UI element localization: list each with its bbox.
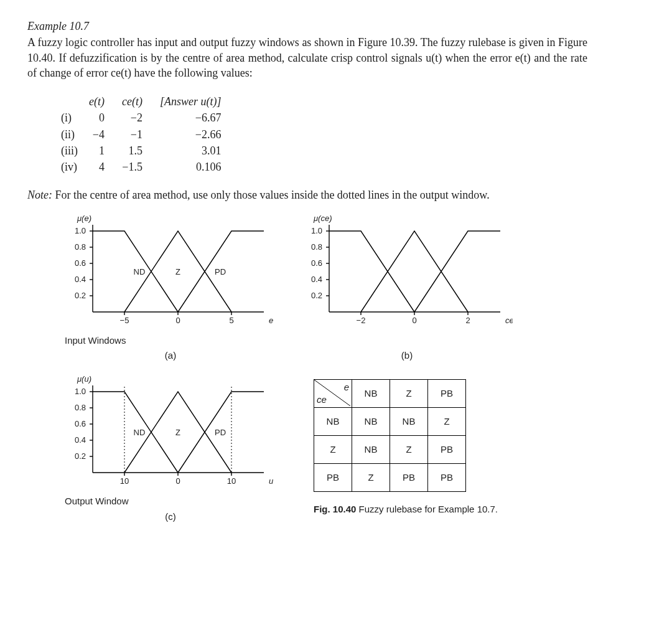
ytick: 1.0 — [75, 226, 86, 235]
row-u: −6.67 — [151, 110, 230, 126]
set-label: ND — [134, 428, 146, 437]
caption-text: Fuzzy rulebase for Example 10.7. — [359, 504, 498, 514]
cell: PB — [428, 436, 466, 464]
xtick: 10 — [120, 476, 129, 486]
cell: PB — [390, 464, 428, 492]
rulebase-block: e ce NB Z PB NB NB NB Z Z NB Z — [314, 379, 498, 516]
document-page: Example 10.7 A fuzzy logic controller ha… — [0, 0, 672, 632]
plot-c-bottom-label: Output Window — [65, 495, 276, 507]
plot-b-svg: 1.0 0.8 0.6 0.4 0.2 μ(ce) −2 0 2 ce — [301, 212, 513, 331]
table-row: PB Z PB PB — [314, 464, 466, 492]
plot-c-svg: 1.0 0.8 0.6 0.4 0.2 μ(u) 10 0 10 — [65, 373, 276, 491]
plot-b-caption: (b) — [301, 349, 513, 362]
row-ce: −1 — [113, 127, 151, 143]
plot-a-caption: (a) — [65, 349, 276, 362]
paragraph-text: A fuzzy logic controller has input and o… — [27, 36, 587, 79]
row-u: 0.106 — [151, 159, 230, 176]
ytick: 0.6 — [75, 258, 86, 268]
table-row: Z NB Z PB — [314, 436, 466, 464]
cell: NB — [352, 436, 390, 464]
answers-row: (ii) −4 −1 −2.66 — [52, 127, 230, 143]
answers-row: (iii) 1 1.5 3.01 — [52, 143, 230, 159]
xlabel: u — [269, 476, 273, 486]
ytick: 0.6 — [75, 419, 86, 428]
ytick: 0.4 — [311, 275, 322, 284]
col-u: [Answer u(t)] — [151, 94, 230, 110]
diag-label-e: e — [344, 381, 349, 394]
row-roman: (i) — [52, 110, 80, 126]
ytick: 0.2 — [75, 291, 86, 300]
ylabel: μ(ce) — [313, 214, 332, 223]
xtick: −5 — [120, 316, 129, 325]
plot-row-top: 1.0 0.8 0.6 0.4 0.2 μ(e) −5 0 — [65, 212, 645, 362]
xtick: 10 — [227, 476, 236, 486]
note-text: For the centre of area method, use only … — [55, 189, 490, 201]
row-roman: (ii) — [52, 127, 80, 143]
cell: NB — [352, 408, 390, 436]
col-header: Z — [390, 380, 428, 408]
col-header: PB — [428, 380, 466, 408]
answers-header-row: e(t) ce(t) [Answer u(t)] — [52, 94, 230, 110]
col-ce: ce(t) — [113, 94, 151, 110]
rulebase-table: e ce NB Z PB NB NB NB Z Z NB Z — [314, 379, 466, 492]
xtick: 5 — [229, 316, 233, 325]
row-e: 0 — [80, 110, 113, 126]
plot-a-bottom-label: Input Windows — [65, 334, 276, 347]
answers-row: (iv) 4 −1.5 0.106 — [52, 159, 230, 176]
row-e: 4 — [80, 159, 113, 176]
example-heading: Example 10.7 — [27, 19, 645, 34]
rulebase-caption: Fig. 10.40 Fuzzy rulebase for Example 10… — [314, 503, 498, 516]
diag-label-ce: ce — [317, 394, 327, 406]
row-e: 1 — [80, 143, 113, 159]
row-ce: −1.5 — [113, 159, 151, 176]
answers-table: e(t) ce(t) [Answer u(t)] (i) 0 −2 −6.67 … — [52, 94, 230, 176]
set-label: Z — [175, 428, 180, 437]
ylabel: μ(u) — [77, 374, 91, 384]
problem-paragraph: A fuzzy logic controller has input and o… — [27, 35, 587, 80]
cell: NB — [390, 408, 428, 436]
row-ce: −2 — [113, 110, 151, 126]
xtick: 0 — [175, 316, 180, 325]
rulebase-diag-cell: e ce — [314, 380, 352, 408]
note-paragraph: Note: For the centre of area method, use… — [27, 187, 587, 202]
ytick: 0.8 — [75, 242, 86, 252]
xtick: 0 — [175, 476, 180, 486]
row-roman: (iv) — [52, 159, 80, 176]
set-label: Z — [175, 267, 180, 276]
ytick: 0.4 — [75, 435, 86, 445]
table-row: e ce NB Z PB — [314, 380, 466, 408]
ytick: 1.0 — [311, 226, 322, 235]
plot-c-caption: (c) — [65, 511, 276, 523]
cell: Z — [352, 464, 390, 492]
row-u: 3.01 — [151, 143, 230, 159]
ytick: 0.2 — [311, 291, 322, 300]
ytick: 0.6 — [311, 258, 322, 268]
xtick: 2 — [465, 316, 470, 325]
row-header: PB — [314, 464, 352, 492]
ylabel: μ(e) — [77, 214, 91, 223]
plot-b: 1.0 0.8 0.6 0.4 0.2 μ(ce) −2 0 2 ce — [301, 212, 513, 362]
ytick: 1.0 — [75, 387, 86, 396]
plot-a-svg: 1.0 0.8 0.6 0.4 0.2 μ(e) −5 0 — [65, 212, 276, 331]
xlabel: ce — [505, 316, 513, 325]
row-header: Z — [314, 436, 352, 464]
set-label: PD — [215, 428, 226, 437]
xlabel: e — [269, 316, 273, 325]
caption-bold: Fig. 10.40 — [314, 504, 356, 514]
ytick: 0.8 — [75, 403, 86, 412]
row-u: −2.66 — [151, 127, 230, 143]
set-label: PD — [215, 267, 226, 276]
row-roman: (iii) — [52, 143, 80, 159]
cell: PB — [428, 464, 466, 492]
ytick: 0.2 — [75, 451, 86, 461]
ytick: 0.8 — [311, 242, 322, 252]
row-e: −4 — [80, 127, 113, 143]
plot-c: 1.0 0.8 0.6 0.4 0.2 μ(u) 10 0 10 — [65, 373, 276, 523]
set-label: ND — [134, 267, 146, 276]
cell: Z — [428, 408, 466, 436]
xtick: 0 — [412, 316, 416, 325]
row-ce: 1.5 — [113, 143, 151, 159]
cell: Z — [390, 436, 428, 464]
note-label: Note: — [27, 189, 52, 201]
col-header: NB — [352, 380, 390, 408]
